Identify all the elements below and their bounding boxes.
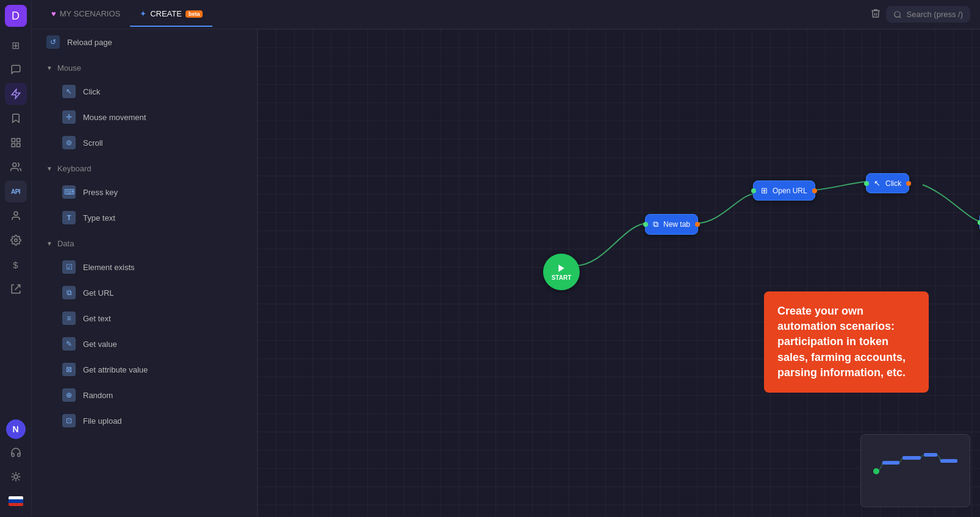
language-flag-icon[interactable] [5,490,27,512]
mouse-movement-label: Mouse movement [83,113,146,122]
export-icon[interactable] [5,278,27,300]
scroll-label: Scroll [83,138,103,148]
reload-icon: ↺ [46,35,60,49]
sidebar-item-get-value[interactable]: ✎ Get value [32,331,257,357]
sidebar-item-type-text[interactable]: T Type text [32,205,257,230]
open-url-icon: ⊞ [761,186,768,195]
file-upload-label: File upload [83,416,122,426]
svg-marker-12 [558,265,564,272]
play-icon [557,263,566,273]
node-start[interactable]: START [543,254,580,290]
sidebar-item-element-exists[interactable]: ☑ Element exists [32,254,257,280]
sidebar-item-get-text[interactable]: ≡ Get text [32,305,257,331]
tab-create[interactable]: ✦ CREATE beta [130,2,212,27]
node-get-text-dot-left [978,220,980,225]
get-attribute-label: Get attribute value [83,365,148,374]
svg-rect-4 [12,144,15,147]
node-open-url[interactable]: ⊞ Open URL [753,180,815,201]
node-open-url-dot-right [812,188,817,193]
svg-point-10 [894,11,899,16]
section-mouse-label: Mouse [57,63,81,73]
top-nav: ♥ MY SCENARIOS ✦ CREATE beta Search (pre… [32,0,980,29]
canvas-area[interactable]: START ⧉ New tab ⊞ Open URL ↖ Click [258,29,980,517]
mini-connections [861,435,970,507]
sidebar-item-file-upload[interactable]: ⊡ File upload [32,408,257,433]
svg-point-5 [12,163,16,166]
automations-icon[interactable] [5,83,27,105]
search-bar[interactable]: Search (press /) [886,6,970,23]
tab-create-label: CREATE [150,9,182,18]
profile-icon[interactable] [5,205,27,227]
random-icon: ⊕ [62,388,76,402]
get-url-icon: ⧉ [62,286,76,299]
svg-rect-1 [12,138,15,141]
main-area: ♥ MY SCENARIOS ✦ CREATE beta Search (pre… [32,0,980,517]
get-value-label: Get value [83,340,117,349]
sidebar-item-click[interactable]: ↖ Click [32,79,257,104]
messages-icon[interactable] [5,59,27,80]
search-placeholder: Search (press /) [907,10,963,19]
mini-map[interactable] [860,434,970,507]
trash-icon[interactable] [870,8,881,21]
sidebar-item-get-url[interactable]: ⧉ Get URL [32,280,257,305]
reload-page-item[interactable]: ↺ Reload page [32,29,257,55]
get-text-icon: ≡ [62,312,76,325]
mini-map-content [861,435,970,507]
support-icon[interactable] [5,441,27,463]
section-mouse-header[interactable]: ▼ Mouse [32,57,257,79]
section-keyboard-header[interactable]: ▼ Keyboard [32,158,257,179]
node-new-tab-label: New tab [663,220,690,229]
search-icon [893,10,902,19]
section-keyboard: ▼ Keyboard ⌨ Press key T Type text [32,158,257,230]
dashboard-icon[interactable]: ⊞ [5,34,27,56]
new-tab-icon: ⧉ [653,219,658,229]
node-open-url-label: Open URL [773,187,807,195]
side-panel: ↺ Reload page ▼ Mouse ↖ Click ✛ Mouse mo… [32,29,258,517]
random-label: Random [83,391,113,400]
click-node-icon: ↖ [874,179,881,188]
get-text-label: Get text [83,314,111,323]
node-new-tab[interactable]: ⧉ New tab [645,214,698,235]
sidebar-item-mouse-movement[interactable]: ✛ Mouse movement [32,104,257,130]
user-avatar[interactable]: N [6,419,26,439]
beta-badge: beta [186,10,203,18]
sidebar-item-get-attribute-value[interactable]: ⊠ Get attribute value [32,357,257,382]
node-start-label: START [552,274,572,281]
type-text-label: Type text [83,213,115,223]
section-data-header[interactable]: ▼ Data [32,233,257,254]
billing-icon[interactable]: $ [5,254,27,276]
team-icon[interactable] [5,156,27,178]
node-click-label: Click [885,179,901,188]
section-keyboard-label: Keyboard [57,164,92,173]
extensions-icon[interactable] [5,132,27,154]
reload-label: Reload page [67,38,112,47]
svg-marker-0 [12,90,20,99]
svg-line-11 [899,16,901,18]
heart-icon: ♥ [51,9,56,18]
ideas-icon[interactable] [5,466,27,488]
file-upload-icon: ⊡ [62,414,76,427]
element-exists-label: Element exists [83,263,135,272]
svg-point-6 [14,212,18,215]
node-dot-left [643,222,648,227]
logo-icon[interactable]: D [5,5,27,27]
node-click-dot-right [906,181,911,186]
sidebar-item-press-key[interactable]: ⌨ Press key [32,179,257,205]
node-click[interactable]: ↖ Click [866,173,909,193]
settings-icon[interactable] [5,229,27,251]
api-icon[interactable]: API [5,180,27,202]
node-click-dot-left [864,181,869,186]
chevron-down-icon: ▼ [46,65,52,71]
tab-my-scenarios[interactable]: ♥ MY SCENARIOS [41,2,130,27]
chevron-down-icon-2: ▼ [46,165,52,172]
svg-point-7 [14,239,17,242]
info-tooltip: Create your own automation scenarios: pa… [764,291,929,393]
chevron-down-icon-3: ▼ [46,240,52,247]
sidebar-item-scroll[interactable]: ⊚ Scroll [32,130,257,155]
scroll-icon: ⊚ [62,136,76,149]
svg-point-9 [14,475,18,479]
click-icon: ↖ [62,85,76,98]
sidebar-item-random[interactable]: ⊕ Random [32,382,257,408]
bookmarks-icon[interactable] [5,107,27,129]
tab-my-scenarios-label: MY SCENARIOS [60,9,120,18]
